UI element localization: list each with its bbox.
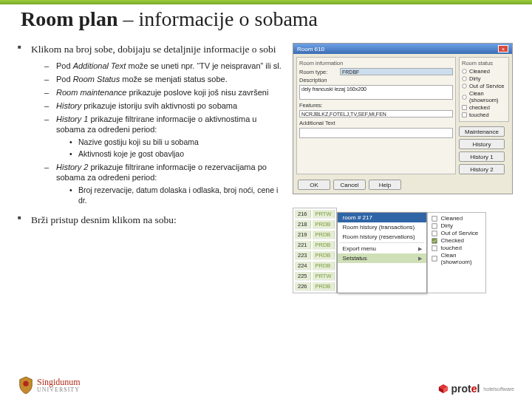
ok-button[interactable]: OK [298,180,330,190]
grid-row[interactable]: 216PRTW [295,210,335,219]
left-column: Klikom na broj sobe, dobijaju se detaljn… [18,43,282,293]
sub-4: History prikazuje istoriju svih aktivnos… [44,100,282,112]
grid-row[interactable]: 226PRDB [295,282,335,291]
dialog-right-panel: Room status Cleaned Dirty Out of Service… [459,57,509,174]
chevron-right-icon: ▶ [418,256,422,262]
status-submenu: CleanedDirtyOut of ServiceCheckedtouched… [427,212,486,293]
status-option[interactable]: Checked [432,237,482,244]
svg-rect-7 [432,223,437,228]
content: Klikom na broj sobe, dobijaju se detaljn… [0,35,532,293]
dialog-body: Room information Room type:FRDBF Descrip… [293,54,512,177]
sub-5: History 1 prikazuje filtrirane informaci… [44,114,282,160]
sub-5-1: Nazive gostiju koji su bili u sobama [68,137,282,147]
title-area: Room plan – informacije o sobama [0,4,532,35]
maintenance-button[interactable]: Maintenance [459,126,505,137]
svg-rect-6 [432,216,437,220]
group-title-info: Room information [299,60,453,66]
radio-oos[interactable]: Out of Service [462,83,506,89]
label-additional: Additional Text [299,120,338,126]
field-additional[interactable] [299,128,453,138]
brand-sub: UNIVERSITY [37,386,81,393]
context-menu: room # 217 Room history (transactions) R… [337,212,427,293]
check-checked[interactable]: checked [462,104,506,111]
right-column: Room 610 × Room information Room type:FR… [293,43,514,293]
sub-2: Pod Room Status može se menjati status s… [44,74,282,85]
label-features: Features: [299,102,338,109]
sub-6-1: Broj rezervacije, datum dolaska i odlask… [68,185,282,205]
svg-rect-8 [432,231,437,235]
status-option[interactable]: Dirty [432,222,482,229]
svg-rect-11 [432,256,437,261]
grid-row[interactable]: 223PRDB [295,251,335,260]
status-option[interactable]: touched [432,245,482,251]
grid-row[interactable]: 225PRTW [295,272,335,281]
grid-row[interactable]: 218PRDB [295,220,335,229]
grid-row[interactable]: 224PRDB [295,262,335,270]
bullet-1: Klikom na broj sobe, dobijaju se detaljn… [18,43,282,206]
cube-icon [438,383,449,394]
menu-separator [340,242,424,243]
radio-showroom[interactable]: Clean (showroom) [462,90,506,103]
status-option[interactable]: Clean (showroom) [432,252,482,265]
side-buttons: Maintenance History History 1 History 2 [459,124,509,174]
room-status-group: Room status Cleaned Dirty Out of Service… [459,57,509,122]
grid-row[interactable]: 221PRDB [295,241,335,250]
svg-point-2 [463,84,467,89]
title-rest: – informacije o sobama [117,7,318,30]
menu-export[interactable]: Export menu▶ [338,244,426,253]
svg-point-0 [463,69,467,74]
singidunum-logo: Singidunum UNIVERSITY [18,375,81,395]
dialog-titlebar: Room 610 × [293,44,512,54]
radio-cleaned[interactable]: Cleaned [462,68,506,75]
field-features[interactable]: NCRJBLKZ,FOTELJ,TV,SEF,MI,FEN [299,110,453,117]
cancel-button[interactable]: Cancel [333,180,366,190]
brand-name: Singidunum [37,378,81,386]
svg-rect-5 [463,113,467,117]
menu-history-trans[interactable]: Room history (transactions) [338,222,426,232]
group-title-status: Room status [462,60,506,66]
status-option[interactable]: Cleaned [432,215,482,222]
chevron-right-icon: ▶ [418,246,422,252]
bullet-2: Brži pristup desnim klikom na sobu: [18,214,282,227]
context-menu-title: room # 217 [338,213,426,222]
room-grid: 216PRTW218PRDB219PRDB221PRDB223PRDB224PR… [293,208,337,293]
menu-setstatus[interactable]: Setstatus▶ [338,253,426,263]
history1-button[interactable]: History 1 [459,151,505,162]
context-mock: 216PRTW218PRDB219PRDB221PRDB223PRDB224PR… [293,208,514,293]
help-button[interactable]: Help [369,180,401,190]
close-icon[interactable]: × [498,45,508,52]
sub-1: Pod Additional Text može se uneti npr. “… [44,61,282,72]
sub-3: Room maintenance prikazuje poslove koji … [44,87,282,98]
page-title: Room plan – informacije o sobama [21,7,511,31]
label-description: Description [299,77,338,83]
label-roomtype: Room type: [299,69,338,75]
grid-row[interactable]: 219PRDB [295,231,335,239]
title-strong: Room plan [21,7,117,30]
brand-tagline: hotelsoftware [483,386,514,392]
bullet-1-text: Klikom na broj sobe, dobijaju se detaljn… [31,44,276,55]
protel-logo: protel hotelsoftware [438,383,514,395]
sub-6: History 2 prikazuje filtrirane informaci… [44,162,282,206]
dialog-title: Room 610 [297,46,324,52]
svg-point-1 [463,77,467,81]
footer: Singidunum UNIVERSITY protel hotelsoftwa… [0,375,532,395]
field-roomtype[interactable]: FRDBF [340,68,453,75]
svg-point-12 [23,381,28,386]
shield-icon [18,375,34,395]
svg-rect-4 [463,106,467,110]
bullet-2-text: Brži pristup desnim klikom na sobu: [31,214,177,225]
menu-history-res[interactable]: Room history (reservations) [338,232,426,242]
history2-button[interactable]: History 2 [459,164,505,174]
sub-5-2: Aktivnosti koje je gost obavljao [68,149,282,159]
room-info-group: Room information Room type:FRDBF Descrip… [296,57,456,174]
svg-point-3 [463,95,467,99]
room-dialog: Room 610 × Room information Room type:FR… [293,43,513,194]
check-touched[interactable]: touched [462,112,506,118]
dialog-buttons: OK Cancel Help [293,177,512,194]
radio-dirty[interactable]: Dirty [462,75,506,82]
status-option[interactable]: Out of Service [432,230,482,236]
history-button[interactable]: History [459,139,505,149]
field-description[interactable]: dely francuski lezaj 160x200 [299,85,453,100]
svg-rect-10 [432,245,437,250]
